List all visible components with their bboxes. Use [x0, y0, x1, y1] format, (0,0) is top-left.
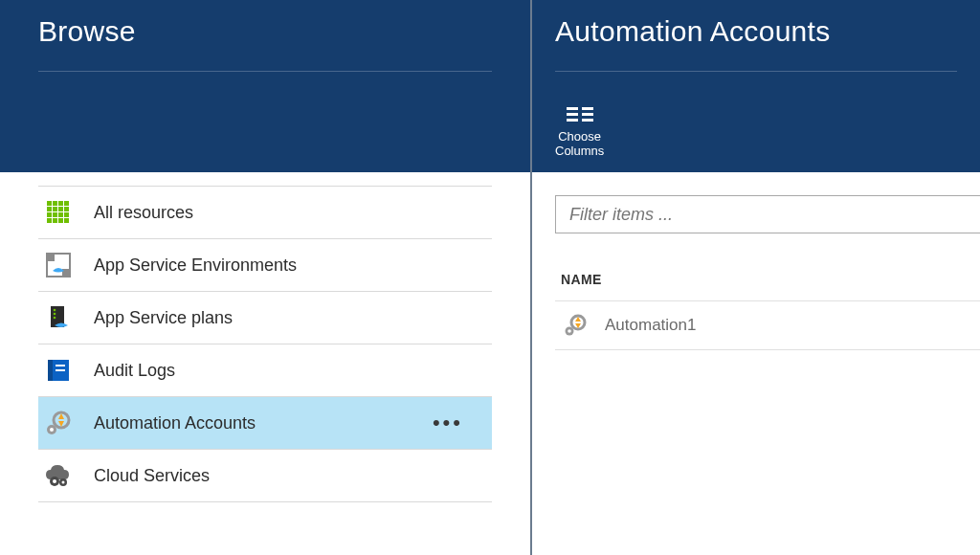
automation-icon [561, 311, 590, 340]
browse-item-automation-accounts[interactable]: Automation Accounts ••• [38, 396, 492, 449]
browse-title: Browse [38, 0, 492, 48]
automation-icon [44, 409, 73, 437]
svg-rect-15 [64, 218, 69, 223]
filter-input[interactable] [555, 195, 980, 233]
column-header-name: NAME [555, 272, 980, 287]
svg-rect-7 [64, 207, 69, 211]
svg-point-22 [54, 317, 56, 320]
svg-point-20 [54, 309, 56, 312]
browse-item-cloud-services[interactable]: Cloud Services [38, 449, 492, 502]
columns-icon [567, 106, 593, 123]
cloud-gear-icon [44, 461, 73, 490]
browse-item-app-service-environments[interactable]: App Service Environments [38, 238, 492, 291]
log-icon [44, 356, 73, 385]
svg-rect-18 [62, 269, 70, 277]
svg-rect-0 [47, 201, 52, 206]
svg-rect-10 [58, 212, 63, 217]
choose-columns-button[interactable]: Choose Columns [555, 106, 604, 159]
svg-rect-6 [58, 207, 63, 211]
svg-rect-12 [47, 218, 52, 223]
choose-columns-label: Choose Columns [555, 129, 604, 159]
browse-item-label: App Service plans [94, 308, 233, 328]
browse-item-all-resources[interactable]: All resources [38, 186, 492, 238]
browse-item-app-service-plans[interactable]: App Service plans [38, 291, 492, 344]
browse-header: Browse [0, 0, 530, 172]
svg-rect-17 [47, 254, 55, 261]
svg-point-21 [54, 313, 56, 316]
account-row-name: Automation1 [605, 316, 696, 335]
svg-point-31 [53, 479, 56, 483]
svg-rect-5 [53, 207, 57, 211]
browse-item-label: App Service Environments [94, 255, 297, 276]
svg-point-36 [568, 329, 571, 333]
svg-rect-11 [64, 212, 69, 217]
svg-rect-3 [64, 201, 69, 206]
svg-rect-26 [56, 369, 65, 371]
browse-list: All resources App Service Environments A… [0, 172, 530, 502]
svg-rect-13 [53, 218, 57, 223]
svg-point-33 [62, 481, 65, 484]
svg-rect-24 [48, 360, 53, 381]
plan-icon [44, 303, 73, 332]
grid-icon [44, 198, 73, 227]
svg-point-29 [50, 428, 54, 432]
svg-rect-4 [47, 207, 52, 211]
svg-rect-14 [58, 218, 63, 223]
account-row[interactable]: Automation1 [555, 300, 980, 350]
svg-rect-9 [53, 212, 57, 217]
more-icon[interactable]: ••• [433, 411, 463, 435]
browse-item-label: Audit Logs [94, 361, 175, 381]
browse-item-label: Automation Accounts [94, 413, 256, 433]
svg-rect-8 [47, 212, 52, 217]
svg-rect-1 [53, 201, 57, 206]
ase-icon [44, 251, 73, 279]
svg-rect-25 [56, 365, 65, 366]
browse-item-label: Cloud Services [94, 466, 210, 486]
svg-rect-2 [58, 201, 63, 206]
accounts-header: Automation Accounts Choose Columns [532, 0, 980, 172]
browse-item-label: All resources [94, 203, 193, 223]
browse-item-audit-logs[interactable]: Audit Logs [38, 344, 492, 396]
accounts-title: Automation Accounts [555, 0, 957, 48]
